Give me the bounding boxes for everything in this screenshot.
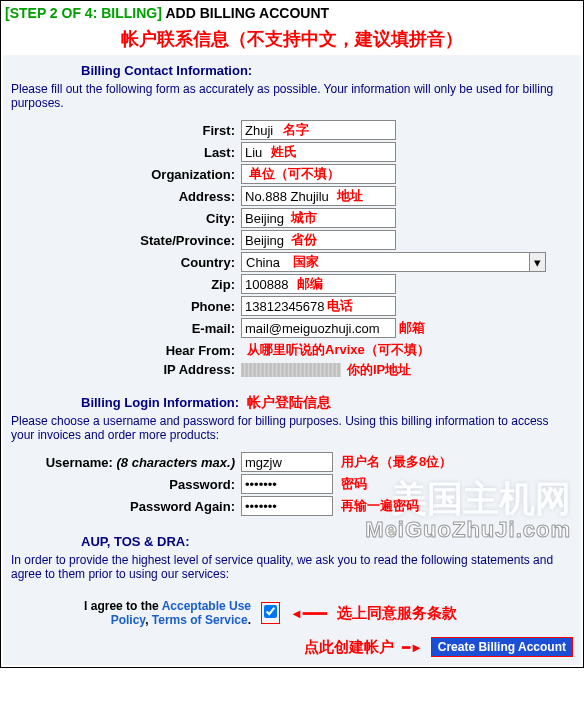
state-input[interactable]	[241, 230, 396, 250]
email-label: E-mail:	[11, 321, 241, 336]
terms-heading: AUP, TOS & DRA:	[81, 530, 573, 553]
state-label: State/Province:	[11, 233, 241, 248]
password-input[interactable]	[241, 474, 333, 494]
arrow-right-icon: ◄━	[402, 640, 423, 655]
ip-label: IP Address:	[11, 362, 241, 377]
org-ann: 单位（可不填）	[249, 165, 340, 183]
header-annotation: 帐户联系信息（不支持中文，建议填拼音）	[1, 25, 583, 53]
org-label: Organization:	[11, 167, 241, 182]
address-input[interactable]	[241, 186, 396, 206]
hear-ann: 从哪里听说的Arvixe（可不填）	[247, 341, 430, 359]
phone-input[interactable]	[241, 296, 396, 316]
chevron-down-icon: ▾	[529, 253, 545, 271]
first-input[interactable]	[241, 120, 396, 140]
password2-ann: 再输一遍密码	[341, 497, 419, 515]
city-ann: 城市	[291, 209, 317, 227]
last-label: Last:	[11, 145, 241, 160]
address-ann: 地址	[337, 187, 363, 205]
phone-ann: 电话	[327, 297, 353, 315]
password-ann: 密码	[341, 475, 367, 493]
address-label: Address:	[11, 189, 241, 204]
tos-link[interactable]: Terms of Service	[152, 613, 248, 627]
agree-checkbox[interactable]	[264, 605, 277, 618]
hear-label: Hear From:	[11, 343, 241, 358]
email-ann: 邮箱	[399, 319, 425, 337]
login-heading: Billing Login Information:	[81, 391, 239, 414]
login-heading-ann: 帐户登陆信息	[247, 394, 331, 412]
country-value: China	[242, 255, 280, 270]
contact-heading: Billing Contact Information:	[81, 59, 573, 82]
phone-label: Phone:	[11, 299, 241, 314]
last-input[interactable]	[241, 142, 396, 162]
zip-ann: 邮编	[297, 275, 323, 293]
zip-label: Zip:	[11, 277, 241, 292]
password-label: Password:	[11, 477, 241, 492]
username-label: Username: (8 characters max.)	[11, 455, 241, 470]
step-indicator: [STEP 2 OF 4: BILLING]	[5, 5, 162, 21]
country-label: Country:	[11, 255, 241, 270]
username-input[interactable]	[241, 452, 333, 472]
agree-text: I agree to the Acceptable Use Policy, Te…	[51, 599, 251, 627]
username-ann: 用户名（最多8位）	[341, 453, 452, 471]
password2-label: Password Again:	[11, 499, 241, 514]
contact-desc: Please fill out the following form as ac…	[11, 82, 573, 118]
page-title: ADD BILLING ACCOUNT	[166, 5, 330, 21]
first-ann: 名字	[283, 121, 309, 139]
agree-ann: 选上同意服务条款	[337, 604, 457, 623]
city-label: City:	[11, 211, 241, 226]
agree-checkbox-wrap	[261, 602, 280, 624]
arrow-left-icon: ◄━━━	[290, 606, 327, 621]
state-ann: 省份	[291, 231, 317, 249]
create-billing-button[interactable]: Create Billing Account	[431, 637, 573, 657]
create-ann: 点此创建帐户	[304, 638, 394, 657]
first-label: First:	[11, 123, 241, 138]
country-ann: 国家	[293, 253, 319, 271]
password2-input[interactable]	[241, 496, 333, 516]
city-input[interactable]	[241, 208, 396, 228]
ip-value-blurred	[241, 363, 341, 377]
username-hint: (8 characters max.)	[116, 455, 235, 470]
last-ann: 姓氏	[271, 143, 297, 161]
country-select[interactable]: China ▾	[241, 252, 546, 272]
email-input[interactable]	[241, 318, 396, 338]
ip-ann: 你的IP地址	[347, 361, 411, 379]
terms-desc: In order to provide the highest level of…	[11, 553, 573, 589]
login-desc: Please choose a username and password fo…	[11, 414, 573, 450]
